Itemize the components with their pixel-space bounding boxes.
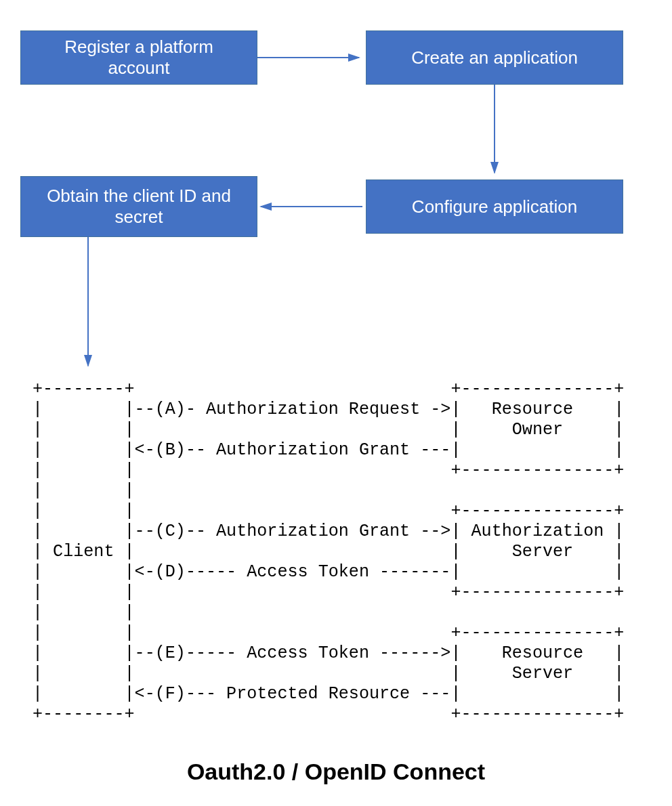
box-register: Register a platform account (20, 30, 257, 85)
arrow-register-to-create (257, 53, 366, 66)
box-register-label: Register a platform account (35, 37, 243, 79)
arrow-create-to-configure (489, 85, 503, 179)
box-create: Create an application (366, 30, 623, 85)
box-create-label: Create an application (411, 47, 578, 68)
oauth-ascii-diagram: +--------+ +---------------+ | |--(A)- A… (33, 379, 624, 725)
box-configure: Configure application (366, 179, 623, 234)
arrow-obtain-to-ascii (83, 237, 96, 373)
arrow-configure-to-obtain (257, 202, 366, 215)
box-obtain: Obtain the client ID and secret (20, 176, 257, 237)
box-configure-label: Configure application (412, 196, 577, 217)
diagram-caption: Oauth2.0 / OpenID Connect (0, 759, 672, 785)
box-obtain-label: Obtain the client ID and secret (35, 186, 243, 228)
